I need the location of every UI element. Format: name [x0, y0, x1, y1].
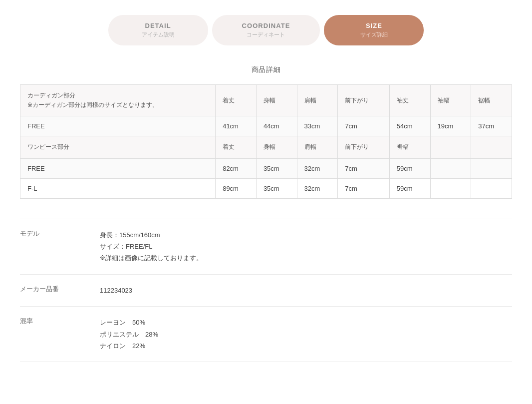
- maker-value: 112234023: [100, 285, 132, 296]
- onepiece-size-fl: F-L: [20, 178, 216, 198]
- tab-size-main: SIZE: [366, 22, 382, 29]
- onepiece-empty1-free: [430, 158, 471, 178]
- onepiece-empty2-free: [471, 158, 512, 178]
- onepiece-suso-fl: 59cm: [389, 178, 430, 198]
- material-label: 混率: [20, 317, 90, 326]
- col-sodehaba1: 袖幅: [430, 85, 471, 116]
- tab-detail-main: DETAIL: [145, 22, 171, 29]
- col-kittake1: 着丈: [216, 85, 257, 116]
- op-col-empty1: [430, 136, 471, 158]
- tabs-container: DETAIL アイテム説明 COORDINATE コーディネート SIZE サイ…: [20, 15, 512, 45]
- section-title: 商品詳細: [20, 65, 512, 74]
- onepiece-kittake-free: 82cm: [216, 158, 257, 178]
- cardigan-free-row: FREE 41cm 44cm 33cm 7cm 54cm 19cm 37cm: [20, 116, 512, 136]
- onepiece-maesagari-fl: 7cm: [338, 178, 390, 198]
- size-table: カーディガン部分※カーディガン部分は同様のサイズとなります。 着丈 身幅 肩幅 …: [20, 84, 512, 199]
- maker-label: メーカー品番: [20, 285, 90, 294]
- col-mihaba1: 身幅: [256, 85, 297, 116]
- page-wrapper: DETAIL アイテム説明 COORDINATE コーディネート SIZE サイ…: [0, 0, 532, 377]
- onepiece-size-free: FREE: [20, 158, 216, 178]
- onepiece-kittake-fl: 89cm: [216, 178, 257, 198]
- op-col-empty2: [471, 136, 512, 158]
- tab-detail[interactable]: DETAIL アイテム説明: [108, 15, 208, 45]
- onepiece-empty2-fl: [471, 178, 512, 198]
- material-info-row: 混率 レーヨン 50% ポリエステル 28% ナイロン 22%: [20, 307, 512, 362]
- cardigan-sodettake-free: 54cm: [389, 116, 430, 136]
- maker-info-row: メーカー品番 112234023: [20, 275, 512, 307]
- material-value: レーヨン 50% ポリエステル 28% ナイロン 22%: [100, 317, 158, 352]
- tab-detail-sub: アイテム説明: [142, 31, 175, 38]
- tab-coordinate-sub: コーディネート: [247, 31, 285, 38]
- onepiece-header-row: ワンピース部分 着丈 身幅 肩幅 前下がり 裾幅: [20, 136, 512, 158]
- onepiece-mihaba-free: 35cm: [256, 158, 297, 178]
- cardigan-size-free: FREE: [20, 116, 216, 136]
- op-col-katahaba: 肩幅: [297, 136, 338, 158]
- op-col-kittake: 着丈: [216, 136, 257, 158]
- col-sodettake1: 袖丈: [389, 85, 430, 116]
- onepiece-suso-free: 59cm: [389, 158, 430, 178]
- tab-size-sub: サイズ詳細: [360, 31, 388, 38]
- tab-coordinate-main: COORDINATE: [242, 22, 290, 29]
- info-section: モデル 身長：155cm/160cm サイズ：FREE/FL ※詳細は画像に記載…: [20, 219, 512, 363]
- op-col-maesagari: 前下がり: [338, 136, 390, 158]
- cardigan-kittake-free: 41cm: [216, 116, 257, 136]
- cardigan-sodehaba-free: 19cm: [430, 116, 471, 136]
- col-katahaba1: 肩幅: [297, 85, 338, 116]
- col-suso1: 裾幅: [471, 85, 512, 116]
- onepiece-katahaba-fl: 32cm: [297, 178, 338, 198]
- op-col-suso: 裾幅: [389, 136, 430, 158]
- onepiece-katahaba-free: 32cm: [297, 158, 338, 178]
- onepiece-free-row: FREE 82cm 35cm 32cm 7cm 59cm: [20, 158, 512, 178]
- col-maesagari1: 前下がり: [338, 85, 390, 116]
- tab-size[interactable]: SIZE サイズ詳細: [324, 15, 424, 45]
- cardigan-maesagari-free: 7cm: [338, 116, 390, 136]
- onepiece-empty1-fl: [430, 178, 471, 198]
- model-info-row: モデル 身長：155cm/160cm サイズ：FREE/FL ※詳細は画像に記載…: [20, 219, 512, 275]
- cardigan-mihaba-free: 44cm: [256, 116, 297, 136]
- tab-coordinate[interactable]: COORDINATE コーディネート: [212, 15, 320, 45]
- model-label: モデル: [20, 229, 90, 238]
- onepiece-mihaba-fl: 35cm: [256, 178, 297, 198]
- model-value: 身長：155cm/160cm サイズ：FREE/FL ※詳細は画像に記載しており…: [100, 229, 203, 264]
- onepiece-label: ワンピース部分: [20, 136, 216, 158]
- cardigan-katahaba-free: 33cm: [297, 116, 338, 136]
- cardigan-suso-free: 37cm: [471, 116, 512, 136]
- cardigan-header-row: カーディガン部分※カーディガン部分は同様のサイズとなります。 着丈 身幅 肩幅 …: [20, 85, 512, 116]
- cardigan-label: カーディガン部分※カーディガン部分は同様のサイズとなります。: [20, 85, 216, 116]
- onepiece-maesagari-free: 7cm: [338, 158, 390, 178]
- onepiece-fl-row: F-L 89cm 35cm 32cm 7cm 59cm: [20, 178, 512, 198]
- op-col-mihaba: 身幅: [256, 136, 297, 158]
